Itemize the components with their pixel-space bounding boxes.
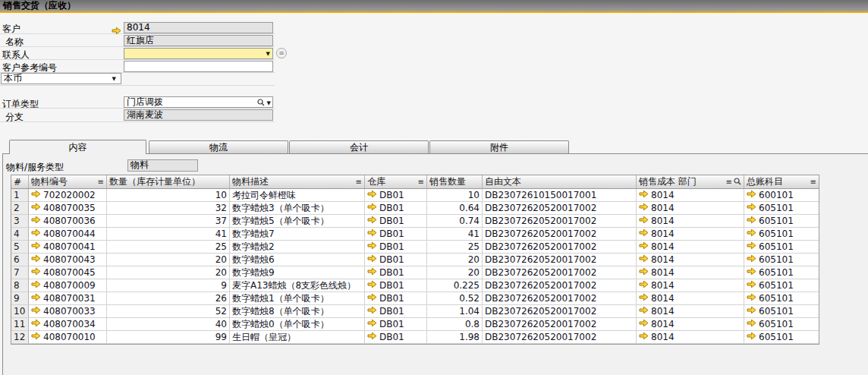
cell-sales_qty[interactable]: 0.64 [427, 202, 483, 215]
cell-item_code[interactable]: 408070036 [29, 215, 107, 228]
cell-free_text[interactable]: DB23072620520017002 [483, 279, 637, 292]
link-arrow-icon[interactable] [747, 254, 756, 265]
tab-contents[interactable]: 内容 [9, 140, 146, 154]
cell-item_code[interactable]: 408070031 [29, 292, 107, 305]
link-arrow-icon[interactable] [31, 306, 41, 317]
link-arrow-icon[interactable] [367, 306, 377, 317]
cell-sales_qty[interactable]: 1.04 [427, 305, 483, 318]
link-arrow-icon[interactable] [367, 241, 377, 252]
cell-sales_qty[interactable]: 0.74 [427, 215, 483, 228]
chevron-down-icon[interactable]: ▼ [266, 52, 270, 57]
link-arrow-icon[interactable] [367, 280, 377, 291]
link-arrow-icon[interactable] [639, 280, 649, 291]
cell-warehouse[interactable]: DB01 [365, 228, 427, 241]
cell-quantity[interactable]: 26 [107, 292, 230, 305]
cell-cost_dept[interactable]: 8014 [637, 228, 744, 241]
cell-row_no[interactable]: 10 [11, 305, 29, 318]
name-field[interactable]: 红旗店 [124, 35, 273, 46]
cell-warehouse[interactable]: DB01 [365, 241, 427, 254]
cell-row_no[interactable]: 8 [11, 279, 29, 292]
cell-item_desc[interactable]: 数字蜡烛0（单个吸卡） [230, 318, 365, 331]
cell-cost_dept[interactable]: 8014 [637, 331, 744, 344]
cell-item_desc[interactable]: 数字蜡烛9 [230, 266, 365, 279]
cell-free_text[interactable]: DB23072620520017002 [483, 292, 637, 305]
link-arrow-icon[interactable] [31, 332, 41, 342]
col-header-free_text[interactable]: 自由文本 [483, 175, 637, 188]
cell-warehouse[interactable]: DB01 [365, 318, 427, 331]
cell-item_code[interactable]: 702020002 [29, 189, 107, 202]
cell-quantity[interactable]: 9 [107, 279, 230, 292]
cell-item_desc[interactable]: 数字蜡烛3（单个吸卡） [230, 202, 365, 215]
cell-cost_dept[interactable]: 8014 [637, 305, 744, 318]
cell-gl_account[interactable]: 605101 [744, 279, 819, 292]
link-arrow-icon[interactable] [639, 254, 649, 265]
customer-ref-field[interactable] [124, 61, 273, 72]
cell-gl_account[interactable]: 605101 [744, 292, 819, 305]
link-arrow-icon[interactable] [639, 190, 649, 200]
cell-cost_dept[interactable]: 8014 [637, 215, 744, 228]
link-arrow-icon[interactable] [367, 254, 377, 265]
cell-item_desc[interactable]: 数字蜡烛5（单个吸卡） [230, 215, 365, 228]
link-arrow-icon[interactable] [31, 319, 41, 329]
cell-quantity[interactable]: 52 [107, 305, 230, 318]
link-arrow-icon[interactable] [747, 332, 756, 342]
cell-warehouse[interactable]: DB01 [365, 292, 427, 305]
cell-gl_account[interactable]: 605101 [744, 241, 819, 254]
cell-free_text[interactable]: DB23072620520017002 [483, 318, 637, 331]
cell-item_desc[interactable]: 数字蜡烛8（单个吸卡） [230, 305, 365, 318]
cell-row_no[interactable]: 7 [11, 266, 29, 279]
cell-sales_qty[interactable]: 20 [427, 254, 483, 266]
link-arrow-icon[interactable] [747, 306, 756, 317]
cell-cost_dept[interactable]: 8014 [637, 318, 744, 331]
cell-warehouse[interactable]: DB01 [365, 254, 427, 266]
cell-gl_account[interactable]: 605101 [744, 305, 819, 318]
cell-row_no[interactable]: 5 [11, 241, 29, 254]
cell-sales_qty[interactable]: 0.8 [427, 318, 483, 331]
cell-free_text[interactable]: DB23072620520017002 [483, 331, 637, 344]
cell-item_code[interactable]: 408070044 [29, 228, 107, 241]
cell-item_desc[interactable]: 数字蜡烛7 [230, 228, 365, 241]
item-service-type-field[interactable]: 物料 [127, 159, 198, 172]
cell-quantity[interactable]: 20 [107, 266, 230, 279]
col-header-item_desc[interactable]: 物料描述≡ [230, 175, 365, 188]
tab-attachments[interactable]: 附件 [429, 140, 569, 153]
link-arrow-icon[interactable] [367, 319, 377, 329]
cell-cost_dept[interactable]: 8014 [637, 202, 744, 215]
col-header-cost_dept[interactable]: 销售成本 部门≡ [637, 175, 744, 188]
cell-cost_dept[interactable]: 8014 [637, 241, 744, 254]
cell-item_code[interactable]: 408070045 [29, 266, 107, 279]
link-arrow-icon[interactable] [31, 190, 41, 200]
link-arrow-icon[interactable] [747, 190, 756, 200]
cell-row_no[interactable]: 11 [11, 318, 29, 331]
cell-warehouse[interactable]: DB01 [365, 279, 427, 292]
cell-cost_dept[interactable]: 8014 [637, 279, 744, 292]
cell-free_text[interactable]: DB23072620520017002 [483, 266, 637, 279]
link-arrow-icon[interactable] [639, 228, 649, 239]
cell-row_no[interactable]: 4 [11, 228, 29, 241]
link-arrow-icon[interactable] [367, 190, 377, 200]
link-arrow-icon[interactable] [639, 241, 649, 252]
link-arrow-icon[interactable] [639, 216, 649, 226]
cell-warehouse[interactable]: DB01 [365, 266, 427, 279]
col-header-item_code[interactable]: 物料编号≡ [29, 175, 107, 188]
cell-free_text[interactable]: DB23072620520017002 [483, 215, 637, 228]
cell-sales_qty[interactable]: 41 [427, 228, 483, 241]
cell-quantity[interactable]: 99 [107, 331, 230, 344]
cell-gl_account[interactable]: 605101 [744, 266, 819, 279]
cell-item_code[interactable]: 408070043 [29, 254, 107, 266]
currency-dropdown[interactable]: 本币 ▼ [1, 73, 121, 84]
cell-gl_account[interactable]: 605101 [744, 228, 819, 241]
cell-quantity[interactable]: 41 [107, 228, 230, 241]
cell-free_text[interactable]: DB23072620520017002 [483, 305, 637, 318]
link-arrow-icon[interactable] [639, 319, 649, 329]
filter-icon[interactable]: ≡ [98, 178, 104, 186]
link-arrow-icon[interactable] [31, 241, 41, 252]
cell-item_code[interactable]: 408070034 [29, 318, 107, 331]
cell-item_code[interactable]: 408070035 [29, 202, 107, 215]
branch-field[interactable]: 湖南麦波 [124, 109, 273, 121]
link-arrow-icon[interactable] [112, 24, 121, 38]
cell-warehouse[interactable]: DB01 [365, 202, 427, 215]
cell-item_desc[interactable]: 数字蜡烛2 [230, 241, 365, 254]
link-arrow-icon[interactable] [747, 228, 756, 239]
cell-item_desc[interactable]: 考拉司令鲜橙味 [230, 189, 365, 202]
